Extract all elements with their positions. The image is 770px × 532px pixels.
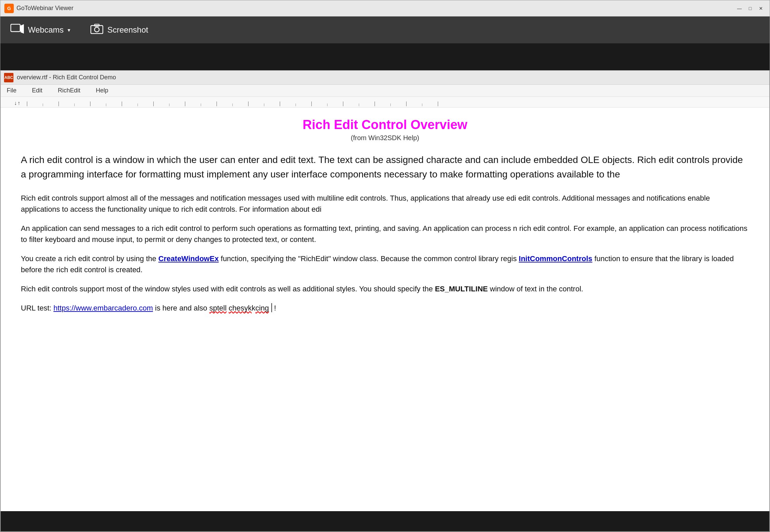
menu-file[interactable]: File xyxy=(4,86,19,95)
maximize-button[interactable]: □ xyxy=(745,5,755,12)
webcams-dropdown-icon: ▾ xyxy=(68,27,70,33)
menu-richedit[interactable]: RichEdit xyxy=(55,86,83,95)
embarcadero-link[interactable]: https://www.embarcadero.com xyxy=(53,304,153,312)
goto-webinar-window: G GoToWebinar Viewer — □ ✕ Webcams ▾ xyxy=(0,0,770,532)
gtw-window-title: GoToWebinar Viewer xyxy=(16,5,73,12)
menu-edit[interactable]: Edit xyxy=(29,86,45,95)
svg-rect-0 xyxy=(11,24,20,32)
svg-point-3 xyxy=(94,27,99,32)
richedit-menubar: File Edit RichEdit Help xyxy=(1,85,769,97)
spell-error-1: sptell xyxy=(209,304,226,312)
url-test-label: URL test: xyxy=(21,304,53,312)
url-test-mid: is here and also xyxy=(155,304,209,312)
text-cursor xyxy=(271,303,272,312)
doc-subtitle: (from Win32SDK Help) xyxy=(21,134,749,142)
paragraph-1: A rich edit control is a window in which… xyxy=(21,153,749,182)
initcommoncontrols-link[interactable]: InitCommonControls xyxy=(519,254,592,263)
gtw-titlebar: G GoToWebinar Viewer — □ ✕ xyxy=(0,0,770,16)
gtw-logo-icon: G xyxy=(4,4,14,13)
close-button[interactable]: ✕ xyxy=(756,5,766,12)
url-test-end: ! xyxy=(274,304,276,312)
menu-help[interactable]: Help xyxy=(93,86,111,95)
richedit-content[interactable]: Rich Edit Control Overview (from Win32SD… xyxy=(1,108,769,511)
minimize-button[interactable]: — xyxy=(735,5,744,12)
paragraph-6: URL test: https://www.embarcadero.com is… xyxy=(21,302,749,314)
richedit-ruler: ↓ ↑ xyxy=(1,97,769,108)
spell-error-2: chesyk xyxy=(229,304,252,312)
richedit-window-title: overview.rtf - Rich Edit Control Demo xyxy=(17,74,116,81)
spell-error-2b: cing xyxy=(255,304,269,312)
es-multiline-text: ES_MULTILINE xyxy=(435,285,488,293)
svg-rect-2 xyxy=(91,26,103,34)
titlebar-left: G GoToWebinar Viewer xyxy=(4,4,73,13)
richedit-titlebar: ABC overview.rtf - Rich Edit Control Dem… xyxy=(1,71,769,85)
richedit-app-icon: ABC xyxy=(4,73,13,82)
paragraph-5: Rich edit controls support most of the w… xyxy=(21,283,749,294)
createwindowex-link[interactable]: CreateWindowEx xyxy=(158,254,219,263)
text-cursor-area: k xyxy=(252,304,255,312)
black-banner-bottom xyxy=(1,511,769,531)
webcam-icon xyxy=(10,24,24,36)
svg-marker-1 xyxy=(21,24,24,34)
doc-title: Rich Edit Control Overview xyxy=(21,118,749,132)
screenshot-icon xyxy=(90,24,103,36)
screenshot-button[interactable]: Screenshot xyxy=(90,24,148,36)
window-controls: — □ ✕ xyxy=(735,5,766,12)
paragraph-3: An application can send messages to a ri… xyxy=(21,223,749,245)
paragraph-4: You create a rich edit control by using … xyxy=(21,253,749,275)
richedit-window: ABC overview.rtf - Rich Edit Control Dem… xyxy=(0,70,770,532)
screenshot-label: Screenshot xyxy=(107,25,148,35)
webcams-label: Webcams xyxy=(28,25,64,35)
gtw-toolbar: Webcams ▾ Screenshot xyxy=(0,16,770,43)
black-banner-top xyxy=(0,43,770,70)
paragraph-2: Rich edit controls support almost all of… xyxy=(21,193,749,215)
webcams-button[interactable]: Webcams ▾ xyxy=(10,24,70,36)
